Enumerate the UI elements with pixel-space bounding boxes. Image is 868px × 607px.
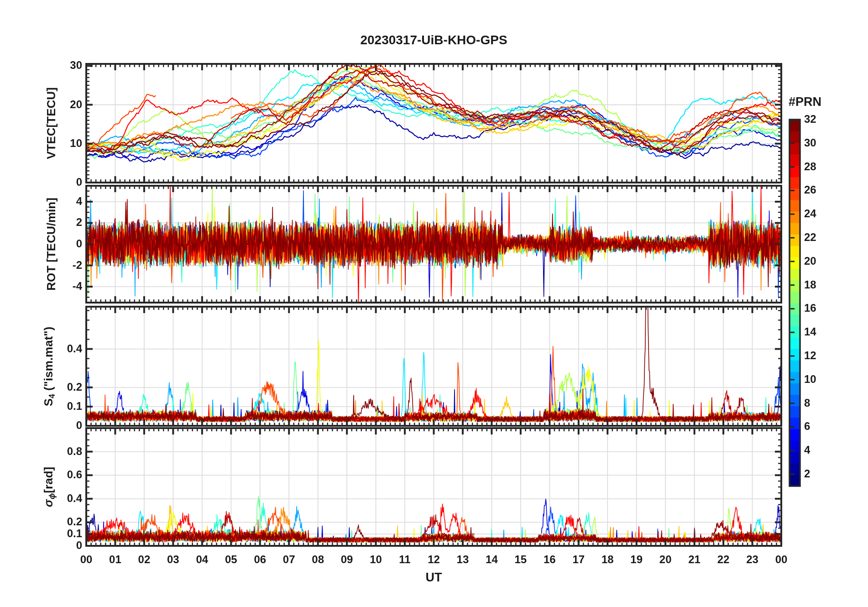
x-axis-label: UT — [86, 570, 781, 585]
chart-title: 20230317-UiB-KHO-GPS — [86, 33, 781, 47]
colorbar-tick-label: 32 — [804, 113, 831, 126]
y-tick-label: 10 — [27, 137, 82, 150]
y-tick-label: 4 — [27, 195, 82, 208]
plot-canvas — [0, 0, 868, 607]
colorbar-tick-label: 30 — [804, 136, 831, 149]
colorbar-tick-label: 2 — [804, 467, 831, 480]
y-tick-label: 0.8 — [27, 445, 82, 458]
y-axis-label-s4: S4 ("ism.mat") — [42, 326, 58, 406]
y-tick-label: 0.4 — [27, 492, 82, 505]
y-tick-label: 30 — [27, 59, 82, 72]
colorbar-tick-label: 16 — [804, 302, 831, 314]
x-tick-label: 00 — [762, 553, 800, 566]
y-tick-label: -4 — [27, 280, 82, 293]
y-tick-label: 0.2 — [27, 515, 82, 528]
colorbar-tick-label: 22 — [804, 231, 831, 244]
colorbar-tick-label: 8 — [804, 397, 831, 409]
colorbar-tick-label: 6 — [804, 420, 831, 433]
y-tick-label: 0 — [27, 539, 82, 552]
y-tick-label: -2 — [27, 259, 82, 272]
colorbar-label: #PRN — [778, 95, 832, 109]
y-axis-label-part: 4 — [47, 394, 57, 398]
y-tick-label: 0.1 — [27, 527, 82, 540]
y-tick-label: 0 — [27, 237, 82, 250]
y-tick-label: 0 — [27, 176, 82, 188]
colorbar-tick-label: 12 — [804, 349, 831, 362]
colorbar-tick-label: 28 — [804, 160, 831, 173]
y-tick-label: 0.4 — [27, 342, 82, 355]
colorbar-tick-label: 20 — [804, 255, 831, 267]
colorbar-tick-label: 26 — [804, 183, 831, 196]
y-tick-label: 0 — [27, 419, 82, 432]
colorbar-tick-label: 4 — [804, 444, 831, 456]
colorbar-tick-label: 18 — [804, 278, 831, 291]
y-tick-label: 20 — [27, 98, 82, 111]
colorbar-tick-label: 14 — [804, 325, 831, 338]
colorbar-tick-label: 24 — [804, 207, 831, 220]
gps-scintillation-figure: 20230317-UiB-KHO-GPS UT #PRN VTEC[TECU] … — [0, 0, 868, 607]
y-tick-label: 0.1 — [27, 400, 82, 413]
y-tick-label: 2 — [27, 216, 82, 229]
colorbar-tick-label: 10 — [804, 373, 831, 386]
y-tick-label: 0.2 — [27, 381, 82, 393]
y-tick-label: 0.6 — [27, 468, 82, 481]
